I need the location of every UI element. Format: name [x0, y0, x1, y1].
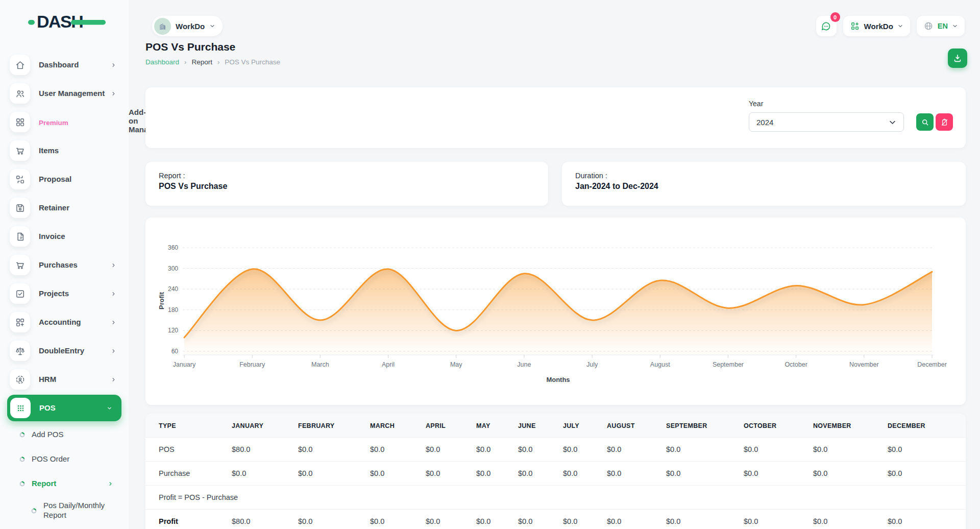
table-cell-value: $0.0	[744, 510, 813, 529]
table-cell-value: $0.0	[370, 438, 426, 462]
sidebar-item-hrm[interactable]: HRM	[0, 365, 129, 394]
svg-text:240: 240	[168, 285, 178, 293]
svg-text:180: 180	[168, 306, 178, 314]
filter-card: Year 2024	[145, 87, 966, 148]
sidebar-item-items[interactable]: Items	[0, 136, 129, 165]
pos-vs-purchase-table: TYPEJANUARYFEBRUARYMARCHAPRILMAYJUNEJULY…	[145, 414, 966, 529]
check-square-icon	[10, 283, 30, 304]
reset-filter-button[interactable]	[936, 113, 953, 131]
sidebar-subitem-pos-order[interactable]: POS Order	[0, 447, 129, 471]
table-cell-value: $0.0	[888, 510, 966, 529]
chat-icon	[820, 20, 832, 32]
table-cell-value: $0.0	[744, 438, 813, 462]
apps-plus-icon	[850, 21, 860, 31]
sidebar-item-dashboard[interactable]: Dashboard	[0, 51, 129, 79]
table-cell-value: $0.0	[563, 438, 607, 462]
sidebar-item-purchases[interactable]: Purchases	[0, 251, 129, 279]
chevron-right-icon	[111, 62, 116, 68]
table-cell-value: $0.0	[518, 438, 563, 462]
chevron-right-icon	[111, 348, 116, 354]
dash-logo-icon: DASH	[28, 10, 107, 33]
svg-text:September: September	[713, 361, 744, 368]
table-cell-value: $0.0	[607, 438, 666, 462]
svg-text:June: June	[517, 361, 531, 368]
svg-text:February: February	[239, 361, 265, 368]
table-cell-value: $0.0	[607, 510, 666, 529]
save-icon	[10, 198, 30, 218]
sidebar-item-label: Invoice	[39, 232, 65, 241]
chevron-down-icon	[889, 118, 896, 126]
sidebar-item-accounting[interactable]: Accounting	[0, 308, 129, 336]
dots-grid-icon	[10, 398, 31, 418]
sidebar-subitem-report[interactable]: Report	[0, 471, 129, 496]
sidebar-item-doubleentry[interactable]: DoubleEntry	[0, 336, 129, 365]
svg-text:August: August	[650, 361, 670, 368]
svg-text:360: 360	[168, 244, 178, 251]
year-select-value: 2024	[756, 118, 773, 127]
svg-text:May: May	[450, 361, 462, 368]
table-cell-value: $0.0	[298, 462, 370, 486]
table-cell-value: $0.0	[563, 462, 607, 486]
table-header-october: OCTOBER	[744, 414, 813, 438]
sidebar-item-label: Proposal	[39, 175, 71, 184]
svg-text:Profit: Profit	[158, 292, 165, 309]
page-title: POS Vs Purchase	[145, 41, 235, 53]
sidebar-item-retainer[interactable]: Retainer	[0, 194, 129, 222]
table-cell-value: $0.0	[298, 510, 370, 529]
pos-vs-purchase-chart: 60120180240300360JanuaryFebruaryMarchApr…	[145, 218, 966, 405]
chevron-right-icon	[111, 91, 116, 97]
sidebar-item-add-on-manager[interactable]: Add-on ManagerPremium	[0, 108, 129, 136]
table-cell-type: POS	[145, 438, 232, 462]
premium-badge: Premium	[39, 119, 68, 127]
sidebar-item-proposal[interactable]: Proposal	[0, 165, 129, 194]
svg-text:300: 300	[168, 265, 178, 272]
sidebar-subitem-add-pos[interactable]: Add POS	[0, 422, 129, 447]
table-header-april: APRIL	[426, 414, 476, 438]
sidebar-subitem-label: Add POS	[32, 430, 64, 440]
sidebar-item-label: HRM	[39, 375, 56, 384]
app-menu-button[interactable]: WorkDo	[843, 16, 910, 36]
download-icon	[952, 53, 963, 63]
sidebar-item-projects[interactable]: Projects	[0, 279, 129, 308]
svg-text:July: July	[586, 361, 598, 368]
sidebar-item-invoice[interactable]: Invoice	[0, 222, 129, 251]
table-header-may: MAY	[476, 414, 518, 438]
svg-text:March: March	[311, 361, 329, 368]
messages-button[interactable]: 0	[816, 16, 837, 36]
download-button[interactable]	[948, 49, 967, 68]
table-cell-value: $0.0	[518, 462, 563, 486]
year-select[interactable]: 2024	[749, 112, 904, 132]
breadcrumb-dashboard[interactable]: Dashboard	[145, 58, 179, 66]
breadcrumb: Dashboard › Report › POS Vs Purchase	[145, 58, 280, 66]
report-table-card: TYPEJANUARYFEBRUARYMARCHAPRILMAYJUNEJULY…	[145, 414, 966, 529]
duration-label: Duration :	[575, 172, 952, 180]
table-cell-value: $0.0	[476, 462, 518, 486]
table-cell-value: $80.0	[232, 438, 298, 462]
table-cell-value: $80.0	[232, 510, 298, 529]
scales-icon	[10, 341, 30, 361]
workspace-switcher[interactable]: WorkDo	[152, 16, 223, 36]
apply-filter-button[interactable]	[916, 113, 934, 131]
report-label: Report :	[159, 172, 535, 180]
table-cell-value: $0.0	[518, 510, 563, 529]
svg-text:December: December	[917, 361, 947, 368]
dash-logo[interactable]: DASH	[28, 10, 107, 35]
chevron-right-icon	[111, 291, 116, 297]
breadcrumb-report[interactable]: Report	[191, 58, 212, 66]
sidebar-item-label: User Management	[39, 89, 105, 98]
users-icon	[10, 83, 30, 104]
table-header-december: DECEMBER	[888, 414, 966, 438]
breadcrumb-current: POS Vs Purchase	[225, 58, 280, 66]
chart-card: 60120180240300360JanuaryFebruaryMarchApr…	[145, 218, 966, 405]
table-header-september: SEPTEMBER	[666, 414, 744, 438]
sidebar-item-user-management[interactable]: User Management	[0, 79, 129, 108]
table-row-profit: Profit$80.0$0.0$0.0$0.0$0.0$0.0$0.0$0.0$…	[145, 510, 966, 529]
language-selector[interactable]: EN	[917, 16, 965, 36]
table-header-august: AUGUST	[607, 414, 666, 438]
sidebar-subitem-pos-daily-monthly-report[interactable]: Pos Daily/Monthly Report	[0, 496, 129, 525]
sidebar-item-pos[interactable]: POS	[7, 395, 121, 421]
reset-icon	[940, 118, 949, 127]
addons-grid-icon	[10, 112, 30, 132]
duration-value: Jan-2024 to Dec-2024	[575, 182, 952, 191]
sidebar-item-label: POS	[39, 403, 56, 413]
